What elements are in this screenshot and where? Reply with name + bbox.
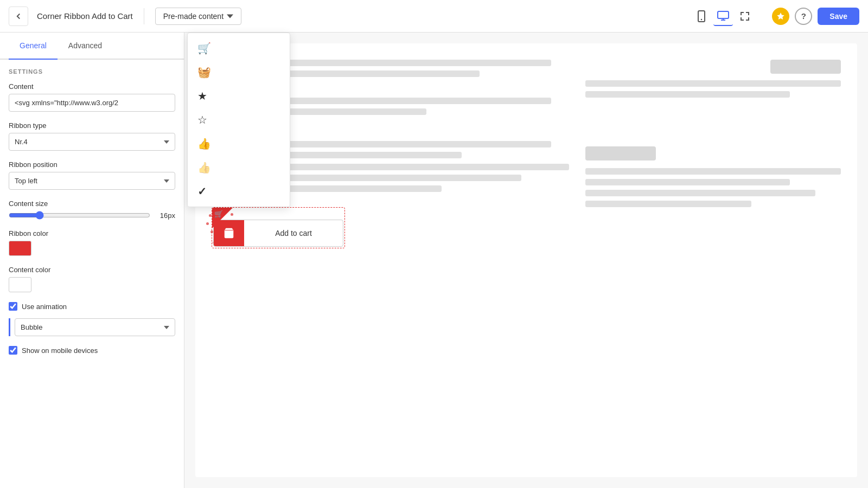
- ribbon-position-select[interactable]: Top left Top right Bottom left Bottom ri…: [9, 172, 175, 190]
- animation-type-field-group: Bubble Pulse Shake: [9, 318, 175, 336]
- dropdown-item-basket[interactable]: 🧺: [188, 60, 290, 84]
- back-button[interactable]: [9, 7, 28, 26]
- preview-top-row: [212, 60, 841, 119]
- use-animation-checkbox[interactable]: [9, 302, 17, 311]
- svg-marker-5: [777, 12, 784, 20]
- mobile-icon[interactable]: [692, 7, 711, 26]
- content-color-swatch[interactable]: [9, 277, 31, 292]
- dot: [206, 222, 209, 225]
- star-outline-icon: ☆: [197, 113, 207, 126]
- settings-panel: SETTINGS Content Ribbon type Nr.4 Nr.1 N…: [0, 60, 184, 371]
- basket-icon: 🧺: [197, 66, 211, 79]
- help-button[interactable]: ?: [795, 8, 812, 25]
- favorite-button[interactable]: [772, 8, 789, 25]
- sidebar: General Advanced SETTINGS Content Ribbon…: [0, 33, 184, 488]
- content-input[interactable]: [9, 94, 175, 112]
- content-color-field-group: Content color: [9, 266, 175, 292]
- premade-content-dropdown: 🛒 🧺 ★ ☆ 👍 👍 ✓: [187, 33, 290, 207]
- content-field-group: Content: [9, 82, 175, 112]
- ribbon-type-field-group: Ribbon type Nr.4 Nr.1 Nr.2 Nr.3: [9, 121, 175, 151]
- ribbon-container: 🛒 Add to cart: [212, 207, 345, 248]
- add-to-cart-button[interactable]: Add to cart: [213, 220, 343, 247]
- ribbon-color-field-group: Ribbon color: [9, 229, 175, 256]
- content-size-field-group: Content size 16px: [9, 200, 175, 220]
- ribbon-color-label: Ribbon color: [9, 229, 175, 237]
- ribbon-color-swatch[interactable]: [9, 241, 31, 256]
- thumbs-up-outline-icon: 👍: [197, 161, 211, 174]
- preview-right-col2: [585, 141, 841, 211]
- ribbon-position-field-group: Ribbon position Top left Top right Botto…: [9, 160, 175, 190]
- dropdown-item-thumbs-up-filled[interactable]: 👍: [188, 132, 290, 156]
- header-right: ? Save: [772, 8, 859, 25]
- use-animation-label: Use animation: [22, 303, 67, 311]
- skeleton-line: [585, 201, 751, 207]
- content-size-value: 16px: [156, 211, 175, 220]
- svg-rect-2: [718, 11, 729, 18]
- header: Corner Ribbon Add to Cart Pre-made conte…: [0, 0, 868, 33]
- skeleton-block: [770, 60, 841, 74]
- desktop-icon[interactable]: [713, 7, 733, 26]
- dropdown-item-checkmark[interactable]: ✓: [188, 179, 290, 203]
- fullscreen-icon[interactable]: [735, 7, 755, 26]
- show-mobile-row: Show on mobile devices: [9, 346, 175, 355]
- star-filled-icon: ★: [197, 89, 207, 102]
- skeleton-line: [251, 175, 521, 181]
- settings-label: SETTINGS: [9, 68, 175, 75]
- skeleton-line: [585, 190, 815, 196]
- thumbs-up-filled-icon: 👍: [197, 137, 211, 150]
- content-label: Content: [9, 82, 175, 91]
- preview-right-col: [585, 60, 841, 119]
- dropdown-item-star-outline[interactable]: ☆: [188, 108, 290, 132]
- use-animation-row: Use animation: [9, 302, 175, 311]
- ribbon-type-label: Ribbon type: [9, 121, 175, 130]
- show-mobile-checkbox[interactable]: [9, 346, 17, 355]
- preview-second-row: 🛒 Add to cart: [212, 141, 841, 248]
- device-icons: [692, 7, 755, 26]
- add-to-cart-label: Add to cart: [244, 221, 343, 245]
- save-button[interactable]: Save: [818, 8, 859, 25]
- slider-row: 16px: [9, 211, 175, 220]
- ribbon-cart-icon: 🛒: [214, 210, 223, 218]
- content-size-slider[interactable]: [9, 211, 150, 220]
- skeleton-line: [585, 179, 790, 185]
- ribbon-position-label: Ribbon position: [9, 160, 175, 169]
- dropdown-item-star-filled[interactable]: ★: [188, 84, 290, 108]
- preview-content: 🛒 Add to cart: [195, 43, 857, 477]
- animation-type-select[interactable]: Bubble Pulse Shake: [15, 318, 175, 336]
- show-mobile-label: Show on mobile devices: [22, 346, 98, 355]
- tab-general[interactable]: General: [9, 33, 58, 60]
- checkmark-icon: ✓: [197, 185, 207, 198]
- content-size-label: Content size: [9, 200, 175, 208]
- dropdown-item-thumbs-up-outline[interactable]: 👍: [188, 156, 290, 179]
- dropdown-item-cart[interactable]: 🛒: [188, 36, 290, 60]
- skeleton-line: [585, 80, 841, 87]
- skeleton-line: [585, 168, 841, 175]
- tabs: General Advanced: [0, 33, 184, 60]
- add-to-cart-wrapper: 🛒 Add to cart: [212, 207, 345, 248]
- ribbon-type-select[interactable]: Nr.4 Nr.1 Nr.2 Nr.3: [9, 133, 175, 151]
- main-layout: General Advanced SETTINGS Content Ribbon…: [0, 33, 868, 488]
- product-text-skeleton: [251, 164, 569, 196]
- divider: [144, 8, 144, 24]
- content-color-label: Content color: [9, 266, 175, 274]
- premade-content-button[interactable]: Pre-made content: [155, 8, 241, 25]
- skeleton-line: [251, 164, 569, 170]
- cart-icon: 🛒: [197, 42, 211, 55]
- page-title: Corner Ribbon Add to Cart: [37, 11, 133, 21]
- skeleton-line: [585, 91, 790, 98]
- skeleton-block: [585, 146, 656, 160]
- spacer: [212, 119, 841, 141]
- tab-advanced[interactable]: Advanced: [58, 33, 113, 60]
